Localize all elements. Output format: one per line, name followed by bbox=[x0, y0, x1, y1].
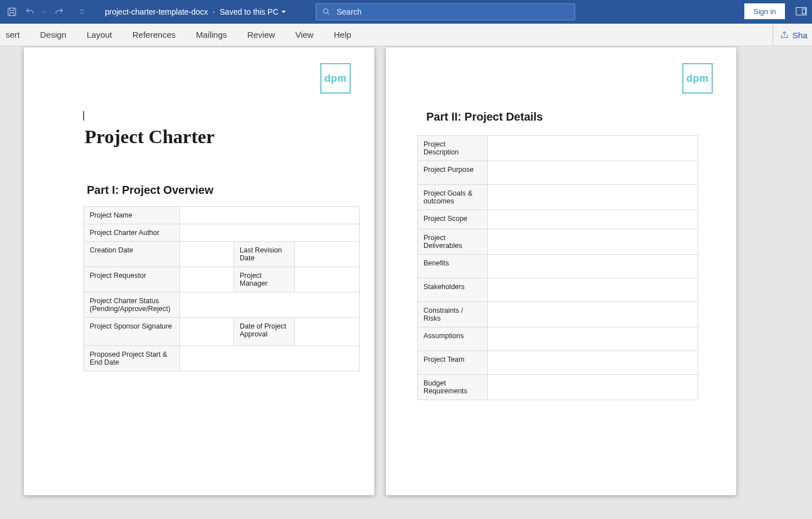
search-placeholder: Search bbox=[337, 7, 361, 16]
cell-charter-status-value[interactable] bbox=[180, 292, 360, 318]
share-label: Sha bbox=[792, 30, 807, 40]
cell-manager-label[interactable]: Project Manager bbox=[234, 267, 295, 292]
project-details-table[interactable]: Project Description Project Purpose Proj… bbox=[417, 135, 698, 400]
quick-access-toolbar bbox=[0, 5, 89, 19]
cell-creation-date-label[interactable]: Creation Date bbox=[84, 242, 180, 267]
dpm-logo: dpm bbox=[320, 63, 351, 94]
document-page-1[interactable]: dpm | Project Charter Part I: Project Ov… bbox=[24, 47, 374, 495]
undo-icon[interactable] bbox=[23, 5, 37, 19]
tab-mailings[interactable]: Mailings bbox=[186, 24, 237, 46]
cell-last-revision-label[interactable]: Last Revision Date bbox=[234, 242, 295, 267]
cell-assumptions-value[interactable] bbox=[488, 327, 698, 351]
section-heading-part1[interactable]: Part I: Project Overview bbox=[87, 184, 214, 197]
text-cursor: | bbox=[82, 109, 85, 121]
cell-purpose-value[interactable] bbox=[488, 161, 698, 185]
share-icon bbox=[780, 30, 789, 39]
chevron-down-icon bbox=[281, 9, 286, 15]
cell-scope-value[interactable] bbox=[488, 210, 698, 229]
cell-constraints-label[interactable]: Constraints / Risks bbox=[418, 302, 488, 327]
customize-qat-icon[interactable] bbox=[74, 5, 89, 19]
cell-deliverables-value[interactable] bbox=[488, 229, 698, 255]
ribbon-display-options-icon[interactable] bbox=[795, 5, 807, 17]
undo-dropdown-icon[interactable] bbox=[41, 5, 48, 19]
ribbon-tabs: sert Design Layout References Mailings R… bbox=[0, 24, 812, 46]
cell-description-label[interactable]: Project Description bbox=[418, 136, 488, 161]
cell-constraints-value[interactable] bbox=[488, 302, 698, 327]
dpm-logo: dpm bbox=[682, 63, 713, 94]
svg-rect-0 bbox=[8, 8, 16, 16]
cell-deliverables-label[interactable]: Project Deliverables bbox=[418, 229, 488, 255]
cell-goals-value[interactable] bbox=[488, 185, 698, 210]
document-title[interactable]: Project Charter bbox=[85, 126, 215, 148]
save-status-label: Saved to this PC bbox=[220, 7, 279, 16]
cell-assumptions-label[interactable]: Assumptions bbox=[418, 327, 488, 351]
cell-team-value[interactable] bbox=[488, 351, 698, 375]
cell-approval-date-value[interactable] bbox=[295, 318, 360, 346]
cell-team-label[interactable]: Project Team bbox=[418, 351, 488, 375]
cell-charter-author-label[interactable]: Project Charter Author bbox=[84, 224, 180, 242]
title-bar-right: Sign in bbox=[744, 3, 807, 19]
document-filename: project-charter-template-docx bbox=[105, 7, 208, 16]
autosave-icon[interactable] bbox=[5, 5, 19, 19]
cell-sponsor-sig-value[interactable] bbox=[180, 318, 234, 346]
cell-requestor-value[interactable] bbox=[180, 267, 234, 292]
cell-sponsor-sig-label[interactable]: Project Sponsor Signature bbox=[84, 318, 180, 346]
svg-rect-3 bbox=[802, 9, 806, 14]
tab-design[interactable]: Design bbox=[30, 24, 77, 46]
cell-budget-value[interactable] bbox=[488, 375, 698, 400]
cell-last-revision-value[interactable] bbox=[295, 242, 360, 267]
tab-view[interactable]: View bbox=[285, 24, 324, 46]
filename-separator: - bbox=[213, 7, 215, 16]
cell-purpose-label[interactable]: Project Purpose bbox=[418, 161, 488, 185]
search-icon bbox=[322, 7, 331, 16]
document-canvas[interactable]: dpm | Project Charter Part I: Project Ov… bbox=[0, 46, 812, 519]
search-box[interactable]: Search bbox=[316, 3, 575, 20]
save-status-button[interactable]: Saved to this PC bbox=[220, 7, 286, 16]
cell-description-value[interactable] bbox=[488, 136, 698, 161]
cell-goals-label[interactable]: Project Goals & outcomes bbox=[418, 185, 488, 210]
cell-project-name-label[interactable]: Project Name bbox=[84, 207, 180, 224]
cell-stakeholders-label[interactable]: Stakeholders bbox=[418, 278, 488, 302]
document-name-area: project-charter-template-docx - Saved to… bbox=[105, 7, 286, 16]
tab-layout[interactable]: Layout bbox=[77, 24, 122, 46]
redo-icon[interactable] bbox=[52, 5, 67, 19]
title-bar: project-charter-template-docx - Saved to… bbox=[0, 0, 812, 24]
cell-proposed-dates-value[interactable] bbox=[180, 346, 360, 371]
cell-approval-date-label[interactable]: Date of Project Approval bbox=[234, 318, 295, 346]
tab-review[interactable]: Review bbox=[237, 24, 285, 46]
cell-scope-label[interactable]: Project Scope bbox=[418, 210, 488, 229]
cell-benefits-value[interactable] bbox=[488, 255, 698, 278]
cell-manager-value[interactable] bbox=[295, 267, 360, 292]
sign-in-button[interactable]: Sign in bbox=[744, 3, 785, 19]
cell-benefits-label[interactable]: Benefits bbox=[418, 255, 488, 278]
section-heading-part2[interactable]: Part II: Project Details bbox=[426, 110, 543, 123]
cell-requestor-label[interactable]: Project Requestor bbox=[84, 267, 180, 292]
cell-stakeholders-value[interactable] bbox=[488, 278, 698, 302]
cell-proposed-dates-label[interactable]: Proposed Project Start & End Date bbox=[84, 346, 180, 371]
project-overview-table[interactable]: Project Name Project Charter Author Crea… bbox=[83, 206, 360, 371]
share-button[interactable]: Sha bbox=[773, 24, 812, 46]
cell-charter-author-value[interactable] bbox=[180, 224, 360, 242]
svg-point-1 bbox=[324, 9, 328, 14]
tab-references[interactable]: References bbox=[122, 24, 186, 46]
document-page-2[interactable]: dpm Part II: Project Details Project Des… bbox=[386, 47, 736, 495]
tab-insert[interactable]: sert bbox=[2, 24, 30, 46]
svg-rect-2 bbox=[796, 7, 806, 15]
cell-budget-label[interactable]: Budget Requirements bbox=[418, 375, 488, 400]
tab-help[interactable]: Help bbox=[324, 24, 361, 46]
cell-creation-date-value[interactable] bbox=[180, 242, 234, 267]
cell-charter-status-label[interactable]: Project Charter Status (Pending/Approve/… bbox=[84, 292, 180, 318]
cell-project-name-value[interactable] bbox=[180, 207, 360, 224]
